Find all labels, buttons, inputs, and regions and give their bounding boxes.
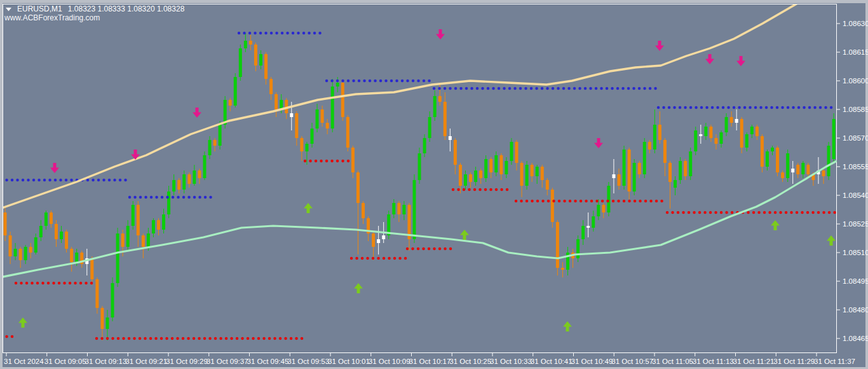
candle-body — [618, 174, 621, 186]
x-axis-label: 31 Oct 2024 — [4, 358, 44, 365]
candle-body — [269, 79, 273, 94]
candle-body — [459, 165, 462, 186]
candle-body — [142, 235, 145, 247]
candle-body — [771, 148, 774, 151]
candle-body — [116, 233, 119, 283]
candle-body — [433, 96, 437, 117]
candle-body — [469, 174, 472, 182]
candle-body — [423, 138, 426, 153]
x-axis-label: 31 Oct 10:41 — [531, 358, 573, 365]
candle-body — [444, 102, 447, 136]
candle-body — [766, 151, 769, 167]
candle-body — [402, 205, 405, 214]
candle-body — [177, 180, 180, 190]
x-axis-label: 31 Oct 09:21 — [125, 358, 167, 365]
quote-line: EURUSD,M11.08323 1.08333 1.08320 1.08328 — [17, 4, 185, 13]
y-axis-label: 1.08555 — [843, 163, 868, 171]
quote-ohlc: 1.08323 1.08333 1.08320 1.08328 — [68, 4, 185, 13]
candle-body — [106, 317, 109, 329]
candle-body — [587, 226, 590, 228]
candle-body — [489, 159, 492, 172]
chart-canvas[interactable]: 1.086301.086151.086001.085851.085701.085… — [0, 0, 868, 369]
candle-body — [653, 125, 656, 150]
candle-body — [510, 142, 513, 161]
candle-body — [162, 214, 165, 230]
candle-body — [208, 140, 212, 155]
x-axis-label: 31 Oct 10:49 — [571, 358, 613, 365]
y-axis-label: 1.08570 — [843, 134, 868, 142]
candle-body — [776, 148, 779, 172]
candle-body — [750, 127, 754, 134]
candle-body — [449, 136, 452, 140]
candle-body — [418, 153, 421, 180]
candle-body — [172, 180, 175, 191]
x-axis-label: 31 Oct 09:45 — [247, 358, 289, 365]
candle-body — [4, 212, 7, 235]
candle-body — [663, 140, 667, 163]
candle-body — [658, 125, 661, 140]
candle-body — [326, 123, 329, 129]
candle-body — [822, 171, 825, 176]
candle-body — [234, 77, 237, 106]
candle-body — [90, 258, 93, 279]
candle-body — [29, 247, 32, 253]
candle-body — [494, 155, 498, 172]
candle-body — [699, 134, 702, 136]
candle-body — [551, 190, 554, 222]
candle-body — [34, 237, 37, 253]
candle-body — [331, 87, 334, 129]
candle-body — [796, 165, 799, 174]
candle-body — [382, 235, 385, 239]
x-axis-label: 31 Oct 09:05 — [44, 358, 86, 365]
candle-body — [24, 247, 27, 260]
candle-body — [832, 119, 836, 159]
candle-body — [827, 146, 831, 176]
candle-body — [801, 163, 804, 174]
chart-background[interactable] — [0, 0, 868, 369]
candle-body — [157, 220, 160, 230]
symbol-label: EURUSD,M1 — [17, 4, 62, 13]
candle-body — [60, 232, 63, 239]
x-axis-label: 31 Oct 11:37 — [814, 358, 855, 365]
candle-body — [346, 117, 349, 148]
candle-body — [520, 163, 524, 186]
candle-body — [674, 180, 677, 188]
candle-body — [806, 165, 810, 174]
candle-body — [464, 174, 467, 186]
candle-body — [264, 54, 268, 79]
candle-body — [484, 159, 487, 178]
candle-body — [372, 233, 375, 247]
candle-body — [39, 226, 43, 237]
candle-body — [556, 222, 559, 268]
candle-body — [745, 134, 749, 148]
candle-body — [377, 239, 380, 243]
candle-body — [454, 140, 457, 165]
y-axis-label: 1.08600 — [843, 77, 868, 85]
candle-body — [428, 117, 431, 138]
window-frame-edge — [0, 0, 868, 3]
candle-body — [259, 54, 262, 66]
candle-body — [668, 163, 672, 182]
candle-body — [735, 119, 738, 123]
candle-body — [720, 132, 723, 144]
candle-body — [55, 224, 58, 239]
candle-body — [791, 169, 794, 172]
candle-body — [351, 148, 355, 172]
x-axis-label: 31 Oct 10:33 — [490, 358, 532, 365]
x-axis-label: 31 Oct 10:09 — [369, 358, 410, 365]
candle-body — [275, 94, 278, 109]
candle-body — [239, 48, 242, 77]
x-axis-label: 31 Oct 10:01 — [328, 358, 370, 365]
candle-body — [730, 117, 733, 123]
candle-body — [75, 253, 78, 262]
candle-body — [392, 203, 395, 214]
candle-body — [65, 232, 68, 249]
x-axis-label: 31 Oct 10:17 — [409, 358, 451, 365]
x-axis-label: 31 Oct 11:29 — [773, 358, 815, 365]
candle-body — [602, 205, 605, 212]
candle-body — [167, 191, 170, 214]
y-axis-label: 1.08465 — [843, 335, 868, 342]
y-axis-label: 1.08480 — [843, 306, 868, 314]
candle-body — [623, 150, 626, 186]
candle-body — [295, 113, 298, 138]
